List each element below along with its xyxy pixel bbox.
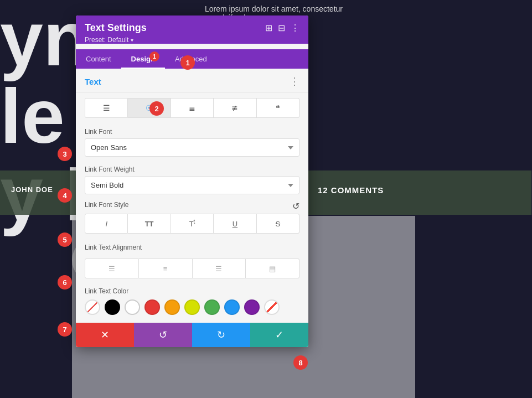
align-ordered-btn[interactable]: ≣ [171, 98, 214, 118]
color-yellow-swatch[interactable] [184, 299, 200, 315]
link-align-right-btn[interactable]: ☰ [193, 259, 246, 278]
reset-icon: ↺ [159, 329, 167, 341]
link-font-style-header: Link Font Style ↺ [76, 199, 308, 214]
link-align-justify-btn[interactable]: ▤ [246, 259, 299, 278]
link-font-style-buttons: I TT Tt U S [76, 214, 308, 239]
step-badge-2: 2 [149, 101, 164, 116]
underline-icon: U [233, 220, 237, 228]
reset-button[interactable]: ↺ [134, 323, 192, 347]
link-align-justify-icon: ▤ [269, 265, 276, 273]
bg-lorem-text: Lorem ipsum dolor sit amet, consectetur [205, 4, 343, 13]
link-align-left-btn[interactable]: ☰ [85, 259, 139, 278]
italic-icon: I [105, 220, 107, 228]
color-blue-swatch[interactable] [224, 299, 240, 315]
split-icon[interactable]: ⊟ [278, 23, 285, 33]
color-black-swatch[interactable] [105, 299, 120, 315]
align-unordered-btn[interactable]: ≢ [214, 98, 256, 118]
link-font-label: Link Font [85, 128, 299, 136]
link-text-color-label: Link Text Color [76, 284, 308, 299]
align-left-icon: ☰ [103, 104, 110, 112]
tab-content[interactable]: Content [76, 49, 121, 69]
step-badge-3: 3 [58, 147, 72, 161]
color-custom-swatch[interactable] [264, 299, 280, 315]
strikethrough-icon: S [275, 220, 280, 228]
uppercase-icon: TT [145, 220, 154, 228]
section-menu-icon[interactable]: ⋮ [290, 75, 299, 87]
cancel-button[interactable]: ✕ [76, 323, 134, 347]
preset-label: Preset: Default [85, 36, 128, 44]
color-red-swatch[interactable] [144, 299, 160, 315]
align-quote-btn[interactable]: ❝ [257, 98, 299, 118]
capitalize-btn[interactable]: Tt [171, 214, 214, 234]
section-title: Text [85, 77, 101, 86]
align-left-btn[interactable]: ☰ [85, 98, 128, 118]
redo-button[interactable]: ↻ [192, 323, 250, 347]
panel-preset[interactable]: Preset: Default ▾ [85, 36, 299, 44]
tab-design[interactable]: Design 1 [121, 49, 165, 69]
step-badge-6: 6 [58, 275, 72, 290]
color-green-swatch[interactable] [204, 299, 220, 315]
preset-arrow: ▾ [131, 37, 133, 43]
link-text-alignment-label: Link Text Alignment [85, 244, 299, 251]
link-align-center-btn[interactable]: ≡ [139, 259, 193, 278]
redo-icon: ↻ [217, 329, 225, 341]
bg-comments: 12 COMMENTS [318, 185, 384, 195]
step-badge-4: 4 [58, 188, 72, 203]
capitalize-icon: Tt [189, 219, 195, 228]
font-style-reset-btn[interactable]: ↺ [292, 201, 299, 211]
confirm-icon: ✓ [275, 329, 283, 341]
link-font-group: Link Font Open Sans Arial Georgia Roboto… [76, 123, 308, 161]
step-badge-7: 7 [58, 322, 72, 337]
align-ordered-icon: ≣ [189, 104, 195, 112]
text-alignment-row: ☰ ☉ ≣ ≢ ❝ [76, 92, 308, 123]
align-quote-icon: ❝ [276, 104, 280, 112]
link-align-center-icon: ≡ [163, 265, 168, 273]
panel-header-top: Text Settings ⊞ ⊟ ⋮ [85, 22, 299, 34]
color-white-swatch[interactable] [125, 299, 140, 315]
section-header: Text ⋮ [76, 69, 308, 92]
link-text-color-swatches [76, 299, 308, 323]
more-icon[interactable]: ⋮ [291, 23, 299, 33]
link-align-left-icon: ☰ [109, 265, 115, 273]
italic-btn[interactable]: I [85, 214, 128, 234]
panel-header: Text Settings ⊞ ⊟ ⋮ Preset: Default ▾ [76, 15, 308, 44]
strikethrough-btn[interactable]: S [257, 214, 299, 234]
step-badge-1: 1 [180, 55, 195, 70]
color-transparent-swatch[interactable] [85, 299, 100, 315]
confirm-button[interactable]: ✓ [250, 323, 308, 347]
uppercase-btn[interactable]: TT [128, 214, 171, 234]
link-font-weight-label: Link Font Weight [85, 166, 299, 173]
color-purple-swatch[interactable] [244, 299, 260, 315]
underline-btn[interactable]: U [214, 214, 256, 234]
tab-content-label: Content [86, 55, 111, 63]
link-font-weight-group: Link Font Weight Thin Light Regular Semi… [76, 161, 308, 199]
cancel-icon: ✕ [101, 329, 109, 341]
link-font-weight-select[interactable]: Thin Light Regular Semi Bold Bold Extra … [85, 176, 299, 194]
panel-footer: ✕ ↺ ↻ ✓ [76, 323, 308, 347]
step-badge-8: 8 [293, 355, 308, 370]
design-badge: 1 [149, 51, 159, 61]
align-unordered-icon: ≢ [231, 104, 238, 112]
color-orange-swatch[interactable] [164, 299, 180, 315]
link-font-select[interactable]: Open Sans Arial Georgia Roboto Lato [85, 138, 299, 157]
expand-icon[interactable]: ⊞ [265, 23, 272, 33]
step-badge-5: 5 [58, 232, 72, 247]
link-text-alignment-buttons: ☰ ≡ ☰ ▤ [76, 254, 308, 284]
panel-body: Text ⋮ ☰ ☉ ≣ ≢ ❝ Link Font Open [76, 69, 308, 347]
tab-design-wrap: Design 1 [131, 55, 155, 63]
bg-john-doe: JOHN DOE [11, 185, 53, 194]
link-align-right-icon: ☰ [215, 265, 222, 273]
link-font-style-label: Link Font Style [85, 201, 128, 209]
panel-title: Text Settings [85, 22, 147, 34]
panel-header-icons: ⊞ ⊟ ⋮ [265, 23, 299, 33]
